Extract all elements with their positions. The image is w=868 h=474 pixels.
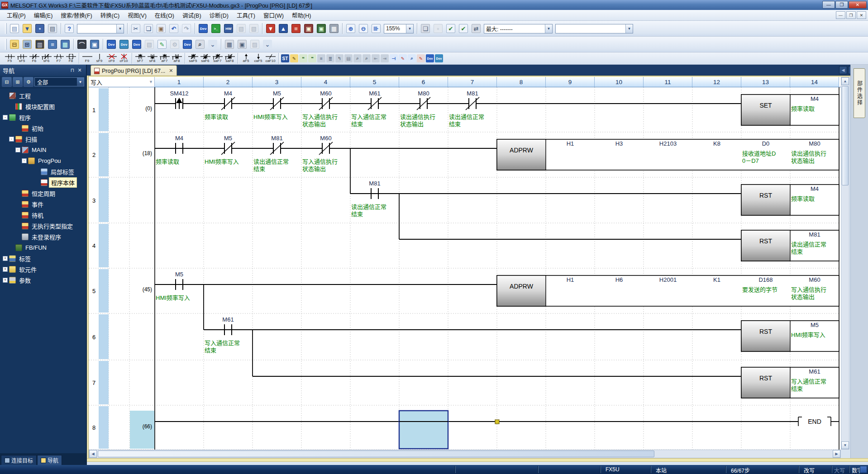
rising-pulse-close-branch-icon[interactable]: saF7 [211,53,224,64]
gear-disabled-icon[interactable]: ⚙ [169,38,181,50]
mdi-restore-button[interactable]: ❐ [846,11,856,19]
disabled-tool-icon-2[interactable]: ▧ [248,23,260,34]
project-combo[interactable]: ▼ [77,24,124,33]
pointer-jump-icon[interactable]: ↰ [335,54,343,62]
open-project-icon[interactable]: ▼ [21,23,33,34]
tree-item-扫描[interactable]: -扫描 [0,133,86,144]
toolbar-grip[interactable] [5,23,7,34]
convert-check-icon[interactable]: ✔ [445,23,457,34]
tree-item-程序[interactable]: -程序 [0,112,86,123]
plc-read-icon[interactable]: ▼ [265,23,277,34]
window-cascade-icon[interactable]: ❏ [420,23,431,34]
contact-M4[interactable]: M4频率读取 [205,90,235,120]
tab-element-selection[interactable]: 部件选择 [854,68,865,118]
panel-tab-连接目标[interactable]: 连接目标 [1,455,37,465]
scroll-right-icon[interactable]: ▶ [833,450,840,458]
tree-item-模块配置图[interactable]: 模块配置图 [0,101,86,112]
zoom-combo[interactable]: 155%▼ [384,24,414,33]
vertical-line-icon[interactable]: sF9 [93,53,105,64]
hw-config-icon[interactable]: HW [223,23,234,34]
tree-item-程序本体[interactable]: 程序本体 [0,177,86,188]
paste-icon[interactable]: ▣ [155,23,167,34]
menu-item-6[interactable]: 在线(O) [151,9,178,21]
io-check-icon[interactable]: ✎ [156,38,168,50]
delete-vertical-line-icon[interactable]: cF10 [118,53,130,64]
note-list-icon[interactable]: ≣ [326,54,334,62]
falling-pulse-close-icon[interactable]: saF6 [199,53,211,64]
instruction-ADPRW-row2[interactable]: ADPRWH1H3H2103K8D0接收道地址D0－D7M80读出通信执行状态输… [497,139,839,170]
mdi-minimize-button[interactable]: — [836,11,845,19]
close-panel-icon[interactable]: ✕ [76,67,83,74]
overflow-chevron-icon-2[interactable]: ⌄ [262,38,273,50]
new-file-icon[interactable]: ▤ [9,23,20,34]
note-icon[interactable]: ❞ [308,54,316,62]
device-tree-icon[interactable]: Dev [131,38,143,50]
device-comment-icon[interactable]: Dev [105,38,117,50]
undo-icon[interactable]: ↶ [168,23,180,34]
disabled-tool-icon-1[interactable]: ▧ [235,23,247,34]
resize-grip[interactable] [860,466,867,473]
maximize-button[interactable]: ❐ [835,1,848,9]
tree-collapse-icon[interactable]: ⊟ [2,77,12,87]
disabled-cube-icon[interactable]: ▫ [432,23,444,34]
contact-SM412[interactable]: SM412 [170,90,188,109]
cut-icon[interactable]: ✂ [130,23,142,34]
inline-st-icon[interactable]: ST [281,54,289,62]
unit-icon[interactable]: ▥ [34,38,46,50]
device-write-icon[interactable]: Dev [197,23,209,34]
watch-combo[interactable]: ▼ [555,24,633,33]
contact-M61[interactable]: M61写入通信正常结束 [205,316,240,354]
program-doc-icon[interactable]: ▤ [344,54,353,62]
close-contact-icon[interactable]: F6 [28,53,40,64]
save-icon[interactable]: ▪ [34,23,46,34]
tree-item-MAIN[interactable]: -MAIN [0,144,86,155]
rising-pulse-branch-icon[interactable]: aF7 [158,53,171,64]
tree-item-恒定周期[interactable]: 恒定周期 [0,188,86,199]
nav-window-icon[interactable]: ⊟ [9,38,20,50]
gear-icon[interactable]: ⚙ [24,77,33,87]
tree-expand-icon[interactable]: ⊞ [13,77,23,87]
edit-comment-icon[interactable]: ✎ [290,54,298,62]
instruction-ADPRW-row5[interactable]: ADPRWH1H6H2001K1D168要发送的字节M60写入通信执行状态输出 [497,275,839,306]
connection-marker[interactable] [495,420,499,424]
pulse-down-convert-icon[interactable]: caF5 [252,53,264,64]
coil-icon[interactable]: F7 [52,53,65,64]
menu-item-3[interactable]: 搜索/替换(F) [57,9,96,21]
tree-item-事件[interactable]: 事件 [0,199,86,209]
menu-item-5[interactable]: 视图(V) [124,9,151,21]
minimize-button[interactable]: — [822,1,835,9]
horizontal-scroll-thumb[interactable] [98,450,654,457]
expand-icon[interactable]: + [3,256,8,261]
copy-icon[interactable]: ❏ [143,23,154,34]
find-replace-icon[interactable]: ▣ [89,38,100,50]
mini-table-icon[interactable]: ▦ [224,38,235,50]
contact-M61[interactable]: M61写入通信正常结束 [351,90,386,128]
menu-item-1[interactable]: 工程(P) [3,9,30,21]
tree-item-软元件[interactable]: +软元件 [0,264,86,275]
plc-verify-icon[interactable]: ≡ [290,23,302,34]
chevron-down-icon[interactable]: ▼ [625,24,633,33]
element-select-icon[interactable]: ⊞ [21,38,33,50]
contact-M5[interactable]: M5HMI频率写入 [205,135,239,165]
close-contact-branch-icon[interactable]: sF6 [40,53,52,64]
pin-icon[interactable]: ⊓ [69,67,76,74]
tree-item-FB/FUN[interactable]: FB/FUN [0,242,86,253]
transfer-setup-icon[interactable]: ⇄ [470,23,482,34]
ladder-monitor-icon[interactable]: ⌕ [408,54,416,62]
tree-item-工程[interactable]: 工程 [0,90,86,101]
ladder-edit-icon[interactable]: ✎ [417,54,425,62]
falling-pulse-branch-icon[interactable]: aF8 [171,53,183,64]
tree-item-标签[interactable]: +标签 [0,253,86,264]
convert-all-check-icon[interactable]: ✔ [458,23,469,34]
chevron-down-icon[interactable]: ▼ [406,24,413,33]
scroll-down-icon[interactable]: ▼ [841,441,849,449]
tree-item-未登录程序[interactable]: 未登录程序 [0,231,86,242]
chevron-down-icon[interactable]: ▼ [149,80,153,84]
mdi-close-button[interactable]: ✕ [857,11,866,19]
device-eye-icon[interactable]: Dev [181,38,193,50]
overflow-chevron-icon[interactable]: ⌄ [207,38,219,50]
tab-scroll-left-icon[interactable]: ◀ [839,66,847,74]
wire-edit-icon[interactable]: ✎ [399,54,407,62]
collapse-icon[interactable]: - [22,158,27,163]
toolbar-grip[interactable] [5,39,7,50]
